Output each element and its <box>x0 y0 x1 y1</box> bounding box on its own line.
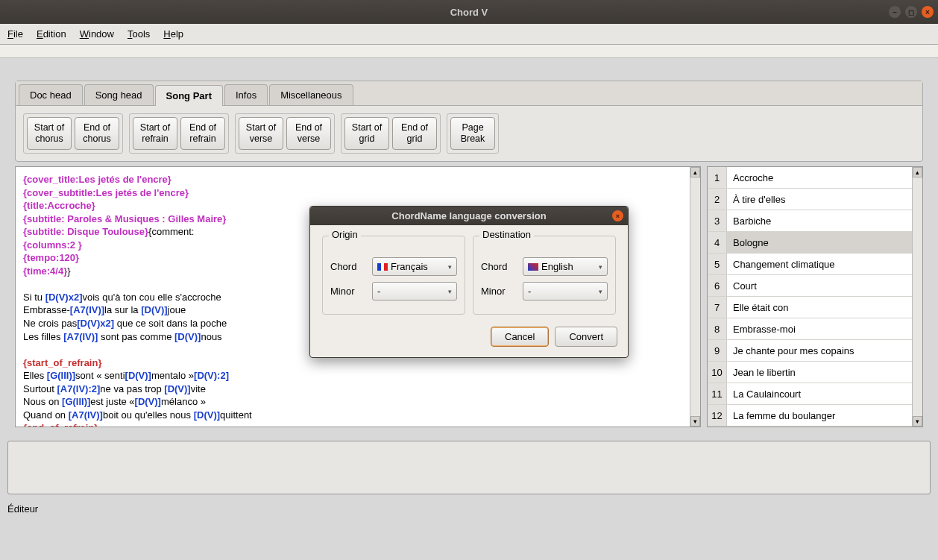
list-item[interactable]: 8Embrasse-moi <box>708 318 922 340</box>
end-of-verse-button[interactable]: End ofverse <box>286 117 331 150</box>
editor-chord[interactable]: [D(V)] <box>194 409 220 421</box>
dest-minor-select[interactable]: - ▾ <box>523 282 608 301</box>
editor-text[interactable]: {comment: <box>148 226 194 237</box>
editor-dir[interactable]: {cover_title:Les jetés de l'encre} <box>23 174 171 185</box>
page-break-button[interactable]: PageBreak <box>450 117 495 150</box>
list-item[interactable]: 7Elle était con <box>708 297 922 318</box>
editor-chord[interactable]: [A7(IV)] <box>69 409 103 421</box>
editor-text[interactable]: sont « senti <box>75 370 125 381</box>
end-of-chorus-button[interactable]: End ofchorus <box>75 117 119 150</box>
maximize-icon[interactable]: ◻ <box>905 6 917 18</box>
editor-text[interactable]: ne va pas trop <box>100 383 164 394</box>
editor-text[interactable]: Elles <box>23 370 47 381</box>
editor-chord[interactable]: [D(V)x2] <box>45 292 83 303</box>
editor-text[interactable]: est juste « <box>90 396 134 407</box>
editor-chord[interactable]: [D(V)] <box>164 383 190 394</box>
editor-text[interactable]: sont pas comme <box>98 331 174 342</box>
scroll-down-icon[interactable]: ▾ <box>690 416 700 427</box>
list-item[interactable]: 10 Jean le libertin <box>708 362 922 383</box>
list-item[interactable]: 12La femme du boulanger <box>708 405 922 427</box>
start-of-verse-button[interactable]: Start ofverse <box>239 117 283 150</box>
editor-text[interactable]: mentalo » <box>151 370 194 381</box>
editor-refrain[interactable]: {start_of_refrain} <box>23 357 102 368</box>
editor-text[interactable]: vite <box>191 383 206 394</box>
menu-help[interactable]: Help <box>163 28 183 40</box>
toolbar-group: Start ofchorusEnd ofchorus <box>23 113 123 154</box>
list-item[interactable]: 2À tire d'elles <box>708 189 922 210</box>
editor-dir[interactable]: {title:Accroche} <box>23 200 95 211</box>
editor-chord[interactable]: [D(V)x2] <box>77 318 114 329</box>
editor-text[interactable]: mélanco » <box>161 396 206 407</box>
editor-chord[interactable]: [D(V)] <box>141 304 167 315</box>
tab-doc-head[interactable]: Doc head <box>19 84 83 105</box>
origin-minor-select[interactable]: - ▾ <box>372 282 457 301</box>
editor-text[interactable]: quittent <box>220 409 252 421</box>
tab-infos[interactable]: Infos <box>224 84 268 105</box>
end-of-grid-button[interactable]: End ofgrid <box>392 117 437 150</box>
editor-text[interactable]: Nous on <box>23 396 62 407</box>
minimize-icon[interactable]: – <box>889 6 901 18</box>
editor-dir[interactable]: {columns:2 } <box>23 239 82 251</box>
tab-miscellaneous[interactable]: Miscellaneous <box>269 84 353 105</box>
tab-song-head[interactable]: Song head <box>84 84 154 105</box>
start-of-chorus-button[interactable]: Start ofchorus <box>27 117 72 150</box>
editor-chord[interactable]: [A7(IV):2] <box>57 383 101 394</box>
editor-chord[interactable]: [D(V)] <box>174 331 201 342</box>
editor-chord[interactable]: [G(III)] <box>62 396 90 407</box>
editor-text[interactable]: Ne crois pas <box>23 318 77 329</box>
close-icon[interactable]: × <box>922 6 934 18</box>
scroll-down-icon[interactable]: ▾ <box>913 416 922 427</box>
editor-chord[interactable]: [A7(IV)] <box>70 304 104 315</box>
editor-dir[interactable]: {subtitle: Disque Toulouse} <box>23 226 148 237</box>
editor-chord[interactable]: [D(V):2] <box>194 370 229 381</box>
editor-dir[interactable]: {subtitle: Paroles & Musiques : Gilles M… <box>23 213 226 224</box>
editor-chord[interactable]: [D(V)] <box>125 370 151 381</box>
origin-chord-select[interactable]: Français ▾ <box>372 257 457 276</box>
editor-refrain[interactable]: {end_of_refrain} <box>23 422 98 427</box>
cancel-button[interactable]: Cancel <box>491 327 549 347</box>
chevron-down-icon: ▾ <box>448 263 452 271</box>
editor-chord[interactable]: [D(V)] <box>135 396 161 407</box>
menu-tools[interactable]: Tools <box>128 28 150 40</box>
list-item[interactable]: 9Je chante pour mes copains <box>708 340 922 362</box>
songlist-scrollbar[interactable]: ▴ ▾ <box>912 167 922 427</box>
list-item[interactable]: 6Court <box>708 275 922 297</box>
editor-text[interactable]: Embrasse- <box>23 304 70 315</box>
start-of-grid-button[interactable]: Start ofgrid <box>344 117 389 150</box>
tab-song-part[interactable]: Song Part <box>155 85 223 106</box>
scroll-up-icon[interactable]: ▴ <box>690 167 700 177</box>
list-item[interactable]: 5Changement climatique <box>708 254 922 275</box>
list-item[interactable]: 1Accroche <box>708 167 922 189</box>
song-list[interactable]: 1Accroche2À tire d'elles3Barbiche4Bologn… <box>707 166 923 427</box>
list-item[interactable]: 11La Caulaincourt <box>708 383 922 405</box>
editor-text[interactable]: boit ou qu'elles nous <box>103 409 194 421</box>
start-of-refrain-button[interactable]: Start ofrefrain <box>133 117 177 150</box>
editor-text[interactable]: que ce soit dans la poche <box>114 318 227 329</box>
dialog-close-icon[interactable]: × <box>612 210 623 221</box>
editor-dir[interactable]: {time:4/4} <box>23 265 67 277</box>
editor-text[interactable]: nous <box>201 331 221 342</box>
editor-text[interactable]: Si tu <box>23 292 45 303</box>
list-item[interactable]: 3Barbiche <box>708 210 922 232</box>
editor-text[interactable]: vois qu'à ton cou elle s'accroche <box>82 292 221 303</box>
editor-text[interactable]: Surtout <box>23 383 57 394</box>
editor-scrollbar[interactable]: ▴ ▾ <box>690 167 700 427</box>
convert-button[interactable]: Convert <box>555 327 617 347</box>
list-item[interactable]: 4Bologne <box>708 232 922 254</box>
dest-chord-select[interactable]: English ▾ <box>523 257 608 276</box>
editor-dir[interactable]: {tempo:120} <box>23 252 79 263</box>
editor-dir[interactable]: {cover_subtitle:Les jetés de l'encre} <box>23 187 189 198</box>
editor-text[interactable]: } <box>67 265 70 277</box>
editor-chord[interactable]: [G(III)] <box>47 370 75 381</box>
editor-text[interactable]: joue <box>168 304 186 315</box>
editor-text[interactable]: Les filles <box>23 331 63 342</box>
editor-text[interactable]: Quand on <box>23 409 69 421</box>
menu-file[interactable]: File <box>7 28 23 40</box>
editor-chord[interactable]: [A7(IV)] <box>63 331 98 342</box>
scroll-up-icon[interactable]: ▴ <box>913 167 922 177</box>
menu-window[interactable]: Window <box>80 28 114 40</box>
end-of-refrain-button[interactable]: End ofrefrain <box>180 117 225 150</box>
editor-text[interactable]: la sur la <box>104 304 141 315</box>
toolbar-group: PageBreak <box>447 113 499 154</box>
menu-edition[interactable]: Edition <box>37 28 66 40</box>
